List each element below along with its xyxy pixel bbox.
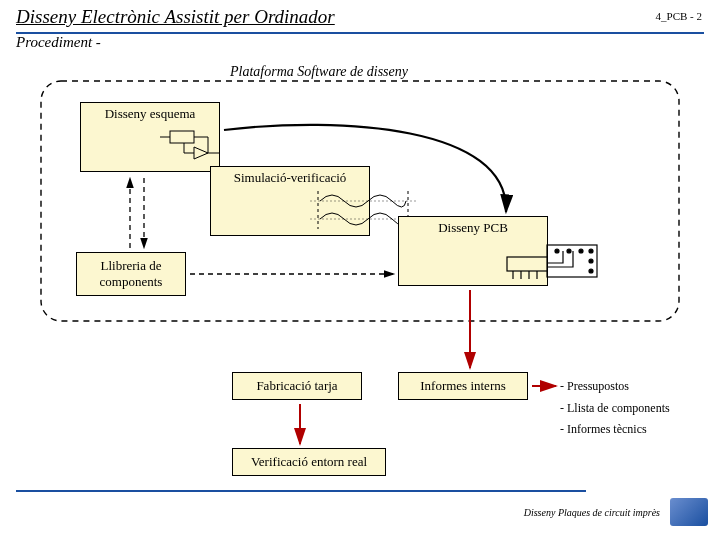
box-fabricacio: Fabricació tarja: [232, 372, 362, 400]
note-1: - Pressupostos: [560, 376, 670, 398]
footer-text: Disseny Plaques de circuit imprès: [524, 507, 660, 518]
svg-point-23: [589, 269, 593, 273]
platform-title: Plataforma Software de disseny: [230, 64, 408, 80]
box-pcb: Disseny PCB: [398, 216, 548, 286]
box-informes-label: Informes interns: [420, 378, 506, 394]
notes-list: - Pressupostos - Llista de components - …: [560, 376, 670, 441]
pcb-icon: [473, 239, 619, 285]
svg-rect-13: [507, 257, 547, 271]
note-2: - Llista de components: [560, 398, 670, 420]
box-verificacio-label: Verificació entorn real: [251, 454, 367, 470]
slide-number: 4_PCB - 2: [656, 10, 702, 22]
box-esquema: Disseny esquema: [80, 102, 220, 172]
subtitle: Procediment -: [0, 34, 720, 55]
svg-point-18: [555, 249, 559, 253]
box-fabricacio-label: Fabricació tarja: [256, 378, 337, 394]
logo-icon: [670, 498, 708, 526]
note-3: - Informes tècnics: [560, 419, 670, 441]
box-pcb-label: Disseny PCB: [399, 217, 547, 239]
box-esquema-label: Disseny esquema: [81, 103, 219, 125]
svg-point-20: [579, 249, 583, 253]
diagram-canvas: Plataforma Software de disseny Disseny e…: [0, 56, 720, 486]
svg-point-22: [589, 259, 593, 263]
svg-point-21: [589, 249, 593, 253]
box-informes: Informes interns: [398, 372, 528, 400]
schematic-icon: [150, 125, 286, 169]
box-simulacio: Simulació-verificació: [210, 166, 370, 236]
footer-rule: [16, 490, 586, 492]
svg-point-19: [567, 249, 571, 253]
box-simulacio-label: Simulació-verificació: [211, 167, 369, 189]
box-llibreria: Llibreria de components: [76, 252, 186, 296]
box-llibreria-label: Llibreria de components: [100, 258, 163, 290]
svg-rect-1: [170, 131, 194, 143]
svg-rect-12: [547, 245, 597, 277]
page-title: Disseny Electrònic Assistit per Ordinado…: [16, 6, 335, 27]
box-verificacio: Verificació entorn real: [232, 448, 386, 476]
